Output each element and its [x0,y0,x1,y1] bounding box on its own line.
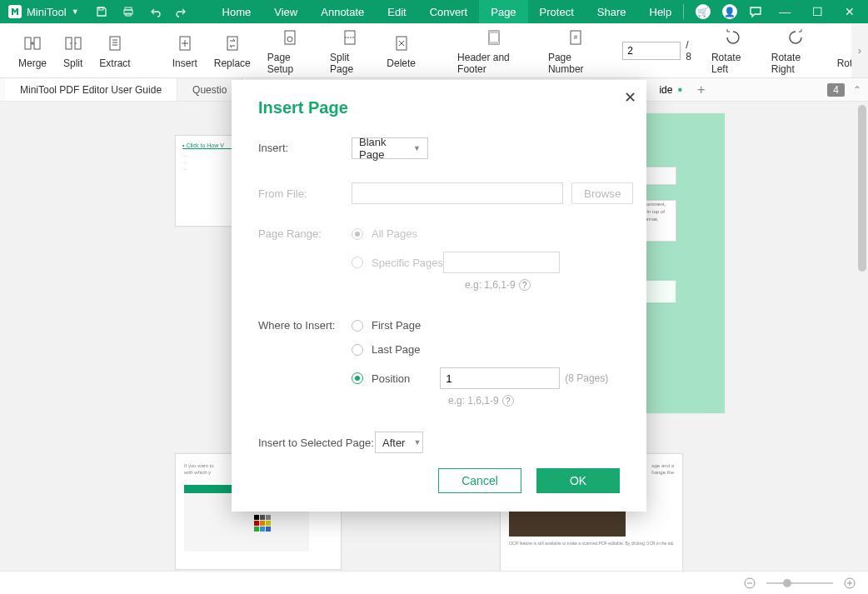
insert-page-dialog: ✕ Insert Page Insert: Blank Page▼ From F… [232,80,646,512]
insert-label: Insert: [258,142,352,154]
dialog-close-icon[interactable]: ✕ [624,88,636,107]
ok-button[interactable]: OK [536,468,620,493]
specific-pages-radio: Specific Pages [352,252,620,273]
position-radio[interactable]: Position (8 Pages) [352,367,620,389]
help-icon[interactable]: ? [519,279,531,291]
from-file-input [352,182,563,204]
insert-selected-page-select[interactable]: After▼ [375,432,423,453]
from-file-label: From File: [258,187,352,200]
insert-type-select[interactable]: Blank Page▼ [352,137,428,159]
all-pages-radio: All Pages [352,227,620,240]
modal-overlay: ✕ Insert Page Insert: Blank Page▼ From F… [0,0,868,594]
insert-selected-label: Insert to Selected Page: [258,437,375,449]
page-range-label: Page Range: [258,227,352,240]
help-icon[interactable]: ? [502,395,514,407]
specific-pages-input [443,252,560,273]
where-insert-label: Where to Insert: [258,319,352,332]
browse-button: Browse [571,182,633,204]
position-input[interactable] [440,367,560,389]
dialog-title: Insert Page [258,98,620,117]
chevron-down-icon: ▼ [413,144,421,152]
last-page-radio[interactable]: Last Page [352,343,620,356]
chevron-down-icon: ▼ [413,438,421,447]
cancel-button[interactable]: Cancel [438,468,521,493]
first-page-radio[interactable]: First Page [352,319,620,332]
total-pages-note: (8 Pages) [565,372,608,384]
